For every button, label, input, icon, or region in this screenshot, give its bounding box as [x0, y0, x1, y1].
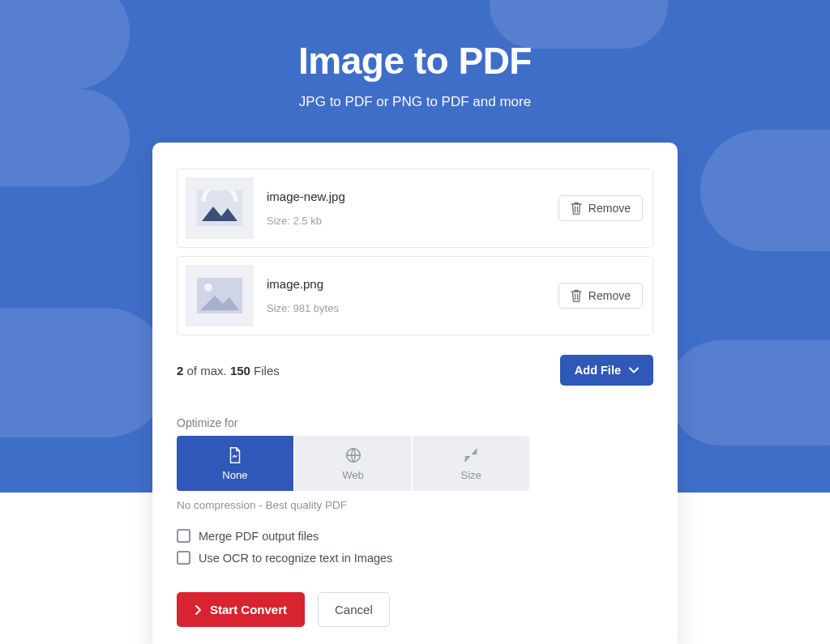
start-convert-label: Start Convert [210, 603, 287, 616]
start-convert-button[interactable]: Start Convert [177, 592, 305, 627]
optimize-option-label: Size [461, 469, 481, 481]
remove-label: Remove [588, 202, 631, 215]
file-name: image.png [267, 277, 558, 291]
optimize-option-label: None [222, 469, 247, 481]
chevron-right-icon [195, 604, 202, 616]
cloud-decoration [0, 308, 170, 437]
cancel-button[interactable]: Cancel [318, 592, 390, 627]
image-icon [197, 278, 242, 313]
converter-card: image-new.jpg Size: 2.5 kb Remove image.… [152, 143, 678, 644]
file-size: Size: 2.5 kb [267, 215, 558, 227]
svg-point-3 [204, 284, 212, 292]
optimize-option-label: Web [342, 469, 364, 481]
checkbox-icon [177, 529, 190, 543]
count-suffix: Files [250, 364, 280, 377]
chevron-down-icon [629, 367, 639, 373]
file-thumbnail [186, 177, 254, 239]
page-title: Image to PDF [0, 39, 830, 83]
cloud-decoration [700, 130, 830, 251]
file-size: Size: 981 bytes [267, 302, 558, 314]
file-name: image-new.jpg [267, 190, 558, 203]
count-sep: of max. [183, 364, 230, 377]
file-thumbnail [186, 265, 254, 326]
optimize-option-size[interactable]: Size [413, 436, 529, 491]
ocr-checkbox-label: Use OCR to recognize text in Images [199, 552, 392, 565]
count-max: 150 [230, 364, 250, 377]
optimize-option-web[interactable]: Web [295, 436, 412, 491]
trash-icon [571, 202, 582, 215]
file-info: image.png Size: 981 bytes [267, 277, 558, 314]
add-file-label: Add File [575, 364, 621, 377]
page-header: Image to PDF JPG to PDF or PNG to PDF an… [0, 0, 830, 110]
cloud-decoration [668, 340, 830, 446]
action-bar: Start Convert Cancel [177, 592, 653, 627]
optimize-label: Optimize for [177, 416, 653, 429]
trash-icon [571, 289, 582, 302]
globe-icon [344, 446, 362, 464]
checkbox-group: Merge PDF output files Use OCR to recogn… [177, 529, 653, 565]
remove-file-button[interactable]: Remove [558, 195, 643, 221]
optimize-option-none[interactable]: None [177, 436, 293, 491]
add-file-button[interactable]: Add File [560, 355, 653, 386]
pdf-icon [226, 446, 244, 464]
cancel-label: Cancel [335, 603, 373, 616]
file-info: image-new.jpg Size: 2.5 kb [267, 190, 558, 227]
remove-label: Remove [588, 289, 631, 302]
ocr-checkbox-row[interactable]: Use OCR to recognize text in Images [177, 551, 653, 565]
image-icon [197, 190, 242, 226]
file-row: image-new.jpg Size: 2.5 kb Remove [177, 168, 653, 248]
compress-icon [462, 446, 480, 464]
merge-checkbox-label: Merge PDF output files [199, 530, 319, 543]
files-count: 2 of max. 150 Files [177, 364, 280, 377]
checkbox-icon [177, 551, 190, 565]
remove-file-button[interactable]: Remove [558, 283, 643, 309]
merge-checkbox-row[interactable]: Merge PDF output files [177, 529, 653, 543]
optimize-options: None Web Size [177, 436, 529, 491]
optimize-hint: No compression - Best quality PDF [177, 499, 653, 511]
files-footer: 2 of max. 150 Files Add File [177, 355, 653, 386]
file-row: image.png Size: 981 bytes Remove [177, 256, 653, 335]
page-subtitle: JPG to PDF or PNG to PDF and more [0, 94, 830, 110]
